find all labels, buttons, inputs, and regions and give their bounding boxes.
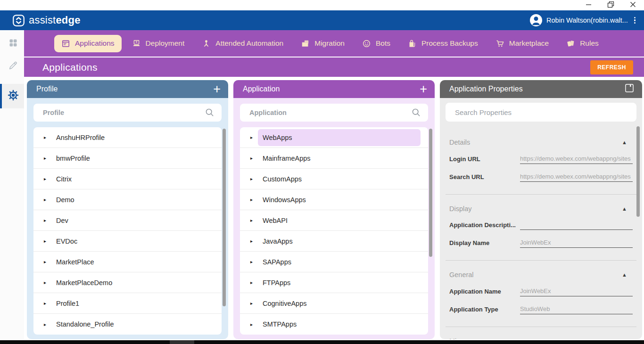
list-item-demo[interactable]: ▸Demo	[33, 189, 222, 210]
list-item-sapapps[interactable]: ▸SAPApps	[240, 252, 428, 272]
list-item-anshuhrprofile[interactable]: ▸AnshuHRProfile	[33, 127, 222, 148]
expand-caret-icon[interactable]: ▸	[44, 238, 49, 244]
expand-caret-icon[interactable]: ▸	[250, 156, 255, 161]
item-label[interactable]: MainframeApps	[258, 150, 421, 167]
tab-rules[interactable]: Rules	[559, 35, 606, 52]
expand-caret-icon[interactable]: ▸	[250, 280, 255, 285]
application-search-input[interactable]	[249, 109, 411, 116]
minimize-icon	[584, 0, 593, 11]
list-item-profile1[interactable]: ▸Profile1	[33, 293, 222, 314]
expand-caret-icon[interactable]: ▸	[44, 322, 49, 327]
list-item-standalone-profile[interactable]: ▸Standalone_Profile	[33, 314, 222, 335]
item-label[interactable]: JavaApps	[258, 233, 421, 250]
list-item-bmwprofile[interactable]: ▸bmwProfile	[33, 148, 222, 169]
item-label[interactable]: AnshuHRProfile	[51, 129, 214, 146]
collapse-triangle-icon[interactable]: ▲	[622, 338, 633, 339]
expand-caret-icon[interactable]: ▸	[44, 259, 49, 264]
expand-caret-icon[interactable]: ▸	[250, 218, 255, 223]
item-label[interactable]: Demo	[51, 191, 214, 208]
sidebar-item-modules[interactable]	[0, 33, 24, 55]
list-item-javaapps[interactable]: ▸JavaApps	[240, 231, 428, 252]
expand-caret-icon[interactable]: ▸	[250, 238, 255, 244]
application-scrollbar[interactable]	[429, 129, 432, 257]
restore-button[interactable]	[600, 0, 622, 10]
expand-caret-icon[interactable]: ▸	[250, 301, 255, 306]
list-item-windowsapps[interactable]: ▸WindowsApps	[240, 189, 428, 210]
profile-search-input[interactable]	[43, 109, 205, 116]
field-input[interactable]: https://demo.webex.com/webappng/sites	[520, 155, 633, 164]
list-item-webapi[interactable]: ▸WebAPI	[240, 210, 428, 231]
list-item-mainframeapps[interactable]: ▸MainframeApps	[240, 148, 428, 169]
tab-process-backups[interactable]: Process Backups	[401, 35, 485, 52]
refresh-button[interactable]: REFRESH	[590, 60, 633, 74]
tab-deployment[interactable]: Deployment	[125, 35, 192, 52]
collapse-triangle-icon[interactable]: ▲	[622, 272, 633, 278]
sidebar-item-edit[interactable]	[0, 56, 24, 77]
list-item-smtpapps[interactable]: ▸SMTPApps	[240, 314, 428, 335]
list-item-cognitiveapps[interactable]: ▸CognitiveApps	[240, 293, 428, 314]
list-item-customapps[interactable]: ▸CustomApps	[240, 169, 428, 189]
tab-bots[interactable]: Bots	[355, 35, 397, 52]
item-label[interactable]: WebApps	[258, 129, 421, 146]
field-label: Application Type	[449, 306, 520, 314]
field-input[interactable]	[520, 221, 633, 230]
item-label[interactable]: CognitiveApps	[258, 295, 421, 312]
section-display: Display▲Application Descripti...Display …	[446, 194, 636, 260]
expand-caret-icon[interactable]: ▸	[44, 218, 49, 223]
item-label[interactable]: WindowsApps	[258, 191, 421, 208]
field-input[interactable]: JoinWebEx	[520, 287, 633, 296]
tab-applications[interactable]: Applications	[54, 35, 122, 52]
expand-caret-icon[interactable]: ▸	[250, 176, 255, 181]
expand-caret-icon[interactable]: ▸	[44, 280, 49, 285]
item-label[interactable]: MarketPlace	[51, 254, 214, 270]
list-item-marketplacedemo[interactable]: ▸MarketPlaceDemo	[33, 272, 222, 293]
application-panel-header: Application +	[233, 80, 435, 98]
add-application-button[interactable]: +	[420, 83, 427, 96]
minimize-button[interactable]	[578, 0, 600, 10]
expand-caret-icon[interactable]: ▸	[44, 301, 49, 306]
user-area[interactable]: Robin Waltson(robin.walt...	[530, 14, 637, 26]
item-label[interactable]: bmwProfile	[51, 150, 214, 167]
list-item-ftpapps[interactable]: ▸FTPApps	[240, 272, 428, 293]
expand-caret-icon[interactable]: ▸	[44, 176, 49, 181]
item-label[interactable]: Citrix	[51, 171, 214, 188]
list-item-webapps[interactable]: ▸WebApps	[240, 127, 428, 148]
expand-caret-icon[interactable]: ▸	[250, 135, 255, 140]
list-item-citrix[interactable]: ▸Citrix	[33, 169, 222, 189]
item-label[interactable]: Dev	[51, 212, 214, 229]
field-input[interactable]: StudioWeb	[520, 305, 633, 314]
sidebar-item-settings[interactable]	[0, 84, 24, 108]
tab-migration[interactable]: Migration	[294, 35, 352, 52]
item-label[interactable]: Profile1	[51, 295, 214, 312]
expand-caret-icon[interactable]: ▸	[250, 322, 255, 327]
item-label[interactable]: Standalone_Profile	[51, 316, 214, 333]
properties-scrollbar[interactable]	[636, 126, 640, 217]
item-label[interactable]: EVDoc	[51, 233, 214, 250]
tab-attended-automation[interactable]: Attended Automation	[195, 35, 290, 52]
profile-scrollbar[interactable]	[223, 129, 226, 306]
expand-caret-icon[interactable]: ▸	[250, 259, 255, 264]
item-label[interactable]: WebAPI	[258, 212, 421, 229]
tab-marketplace[interactable]: Marketplace	[488, 35, 556, 52]
collapse-triangle-icon[interactable]: ▲	[622, 206, 633, 212]
properties-search-input[interactable]	[455, 108, 629, 116]
field-input[interactable]: JoinWebEx	[520, 239, 633, 248]
expand-caret-icon[interactable]: ▸	[44, 156, 49, 161]
user-menu-icon[interactable]	[632, 16, 637, 25]
list-item-marketplace[interactable]: ▸MarketPlace	[33, 252, 222, 272]
add-profile-button[interactable]: +	[213, 83, 221, 96]
expand-caret-icon[interactable]: ▸	[250, 197, 255, 202]
expand-caret-icon[interactable]: ▸	[44, 197, 49, 202]
close-button[interactable]	[622, 0, 644, 10]
item-label[interactable]: CustomApps	[258, 171, 421, 188]
item-label[interactable]: SMTPApps	[258, 316, 421, 333]
item-label[interactable]: FTPApps	[258, 274, 421, 291]
list-item-evdoc[interactable]: ▸EVDoc	[33, 231, 222, 252]
item-label[interactable]: SAPApps	[258, 254, 421, 270]
collapse-triangle-icon[interactable]: ▲	[622, 139, 633, 145]
save-button[interactable]	[624, 83, 635, 95]
list-item-dev[interactable]: ▸Dev	[33, 210, 222, 231]
expand-caret-icon[interactable]: ▸	[44, 135, 49, 140]
field-input[interactable]: https://demo.webex.com/webappng/sites	[520, 173, 633, 182]
item-label[interactable]: MarketPlaceDemo	[51, 274, 214, 291]
